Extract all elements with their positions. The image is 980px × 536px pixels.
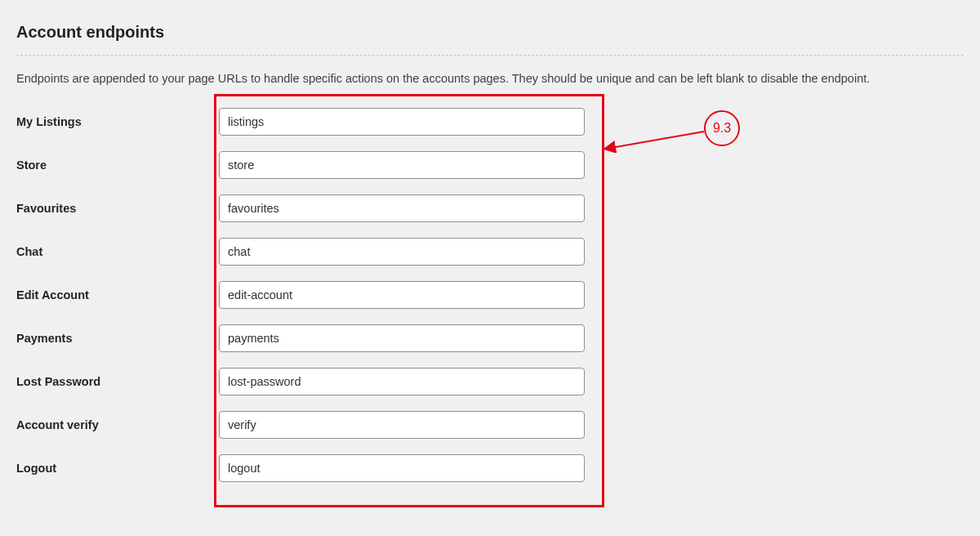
row-payments: Payments [16,324,964,352]
row-edit-account: Edit Account [16,281,964,309]
payments-input[interactable] [219,324,585,352]
row-chat: Chat [16,238,964,266]
row-label: My Listings [16,115,219,128]
row-account-verify: Account verify [16,411,964,439]
row-label: Chat [16,245,219,258]
row-my-listings: My Listings [16,108,964,136]
row-favourites: Favourites [16,194,964,222]
my-listings-input[interactable] [219,108,585,136]
section-description: Endpoints are appended to your page URLs… [16,70,964,88]
row-lost-password: Lost Password [16,368,964,395]
account-verify-input[interactable] [219,411,585,439]
store-input[interactable] [219,151,585,179]
row-label: Favourites [16,202,219,215]
edit-account-input[interactable] [219,281,585,309]
row-label: Logout [16,462,219,475]
row-label: Lost Password [16,375,219,388]
row-label: Edit Account [16,288,219,302]
row-label: Store [16,159,219,172]
logout-input[interactable] [219,454,585,482]
row-label: Payments [16,332,219,345]
lost-password-input[interactable] [219,368,585,395]
row-label: Account verify [16,418,219,431]
favourites-input[interactable] [219,194,585,222]
title-divider [16,55,964,56]
row-store: Store [16,151,964,179]
row-logout: Logout [16,454,964,482]
chat-input[interactable] [219,238,585,266]
section-title: Account endpoints [16,23,964,42]
